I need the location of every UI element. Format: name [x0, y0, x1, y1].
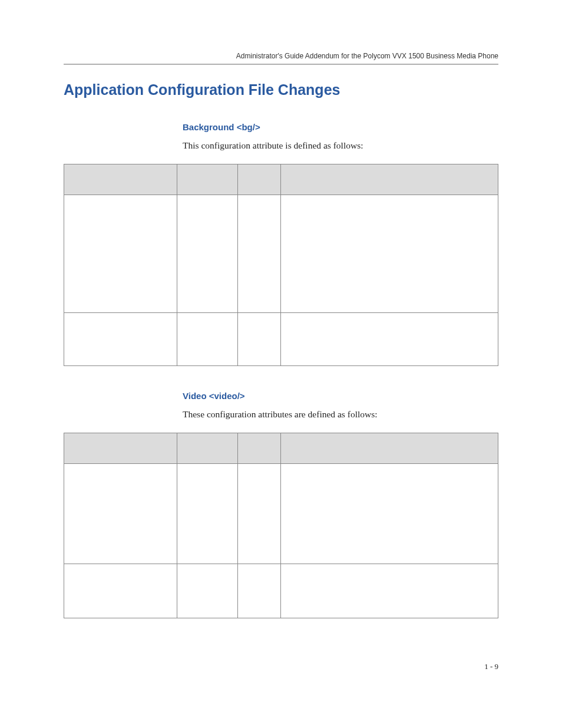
config-table-background [64, 164, 498, 366]
table-row [64, 464, 498, 564]
table-cell [177, 564, 237, 618]
table-row [64, 564, 498, 618]
subsection-heading-video: Video <video/> [183, 391, 498, 401]
table-cell [281, 313, 498, 366]
table-cell [64, 195, 177, 313]
table-header-cell [281, 164, 498, 195]
table-cell [177, 464, 237, 564]
table-cell [64, 464, 177, 564]
table-cell [281, 195, 498, 313]
intro-text-background: This configuration attribute is defined … [183, 140, 498, 151]
table-cell [177, 313, 237, 366]
table-cell [64, 313, 177, 366]
subsection-heading-background: Background <bg/> [183, 122, 498, 132]
table-cell [281, 464, 498, 564]
page-container: Administrator's Guide Addendum for the P… [0, 0, 562, 618]
table-header-row [64, 164, 498, 195]
table-header-cell [64, 433, 177, 464]
table-header-cell [237, 433, 281, 464]
table-header-row [64, 433, 498, 464]
table-row [64, 195, 498, 313]
page-number: 1 - 9 [484, 662, 498, 671]
table-cell [237, 564, 281, 618]
table-cell [177, 195, 237, 313]
table-header-cell [64, 164, 177, 195]
table-cell [64, 564, 177, 618]
table-header-cell [177, 433, 237, 464]
config-table-video [64, 433, 498, 618]
table-header-cell [237, 164, 281, 195]
table-cell [237, 464, 281, 564]
table-cell [237, 195, 281, 313]
table-row [64, 313, 498, 366]
intro-text-video: These configuration attributes are defin… [183, 409, 498, 420]
running-header: Administrator's Guide Addendum for the P… [64, 52, 498, 65]
table-cell [237, 313, 281, 366]
table-header-cell [281, 433, 498, 464]
section-title: Application Configuration File Changes [64, 81, 498, 98]
table-header-cell [177, 164, 237, 195]
table-cell [281, 564, 498, 618]
